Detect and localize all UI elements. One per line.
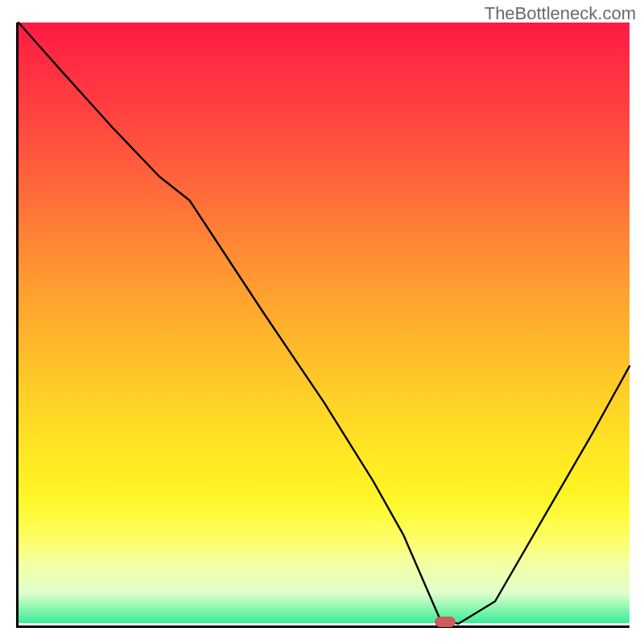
watermark-text: TheBottleneck.com — [485, 3, 636, 24]
chart-lines-svg — [19, 23, 630, 625]
chart-plot-area — [16, 23, 630, 628]
optimal-point-marker — [435, 617, 456, 627]
bottleneck-curve-path — [19, 23, 630, 624]
